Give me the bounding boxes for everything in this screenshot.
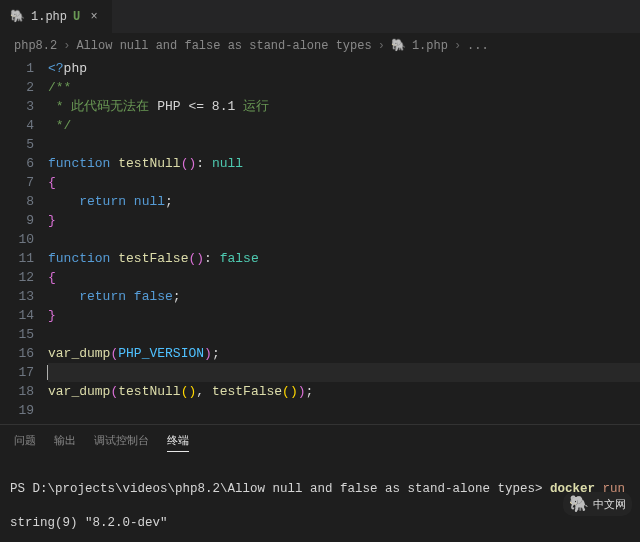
php-icon: 🐘 [391,38,406,53]
code-content[interactable]: <?php /** * 此代码无法在 PHP <= 8.1 运行 */ func… [48,59,640,420]
tab-debug-console[interactable]: 调试控制台 [94,433,149,452]
php-icon: 🐘 [10,9,25,24]
tab-output[interactable]: 输出 [54,433,76,452]
breadcrumb[interactable]: php8.2 › Allow null and false as stand-a… [0,34,640,57]
breadcrumb-segment[interactable]: 1.php [412,39,448,53]
editor-tabs: 🐘 1.php U × [0,0,640,34]
watermark: 🐘 中文网 [563,492,632,516]
chevron-right-icon: › [378,39,385,53]
chevron-right-icon: › [454,39,461,53]
tab-1php[interactable]: 🐘 1.php U × [0,0,112,33]
elephant-icon: 🐘 [569,494,589,514]
tab-terminal[interactable]: 终端 [167,433,189,452]
panel-tabs: 问题 输出 调试控制台 终端 [0,424,640,458]
chevron-right-icon: › [63,39,70,53]
tab-problems[interactable]: 问题 [14,433,36,452]
breadcrumb-segment[interactable]: ... [467,39,489,53]
terminal-panel[interactable]: PS D:\projects\videos\php8.2\Allow null … [0,458,640,542]
line-numbers: 123 456 789 101112 131415 161718 19 [0,59,48,420]
tab-git-status: U [73,10,80,24]
breadcrumb-segment[interactable]: Allow null and false as stand-alone type… [76,39,371,53]
terminal-line: string(9) "8.2.0-dev" [10,515,630,532]
code-editor[interactable]: 123 456 789 101112 131415 161718 19 <?ph… [0,57,640,420]
breadcrumb-segment[interactable]: php8.2 [14,39,57,53]
close-icon[interactable]: × [86,10,102,24]
tab-title: 1.php [31,10,67,24]
terminal-line: PS D:\projects\videos\php8.2\Allow null … [10,481,630,498]
watermark-text: 中文网 [593,497,626,512]
